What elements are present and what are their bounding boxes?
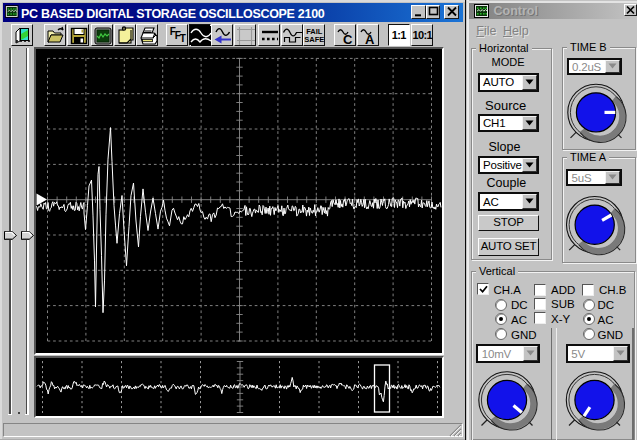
- svg-text:C: C: [343, 32, 353, 47]
- svg-text:A: A: [365, 32, 375, 47]
